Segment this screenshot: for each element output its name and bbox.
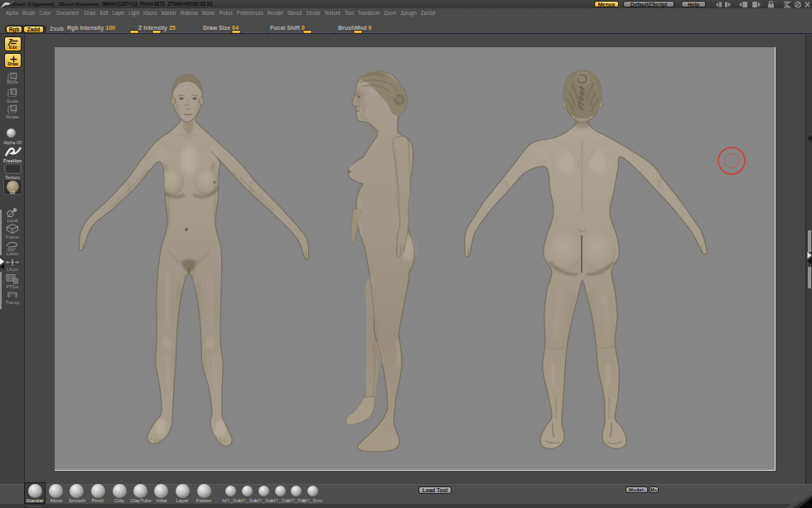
svg-text:M: M <box>12 73 17 79</box>
svg-text:S: S <box>12 89 16 94</box>
svg-text:R: R <box>12 105 16 111</box>
